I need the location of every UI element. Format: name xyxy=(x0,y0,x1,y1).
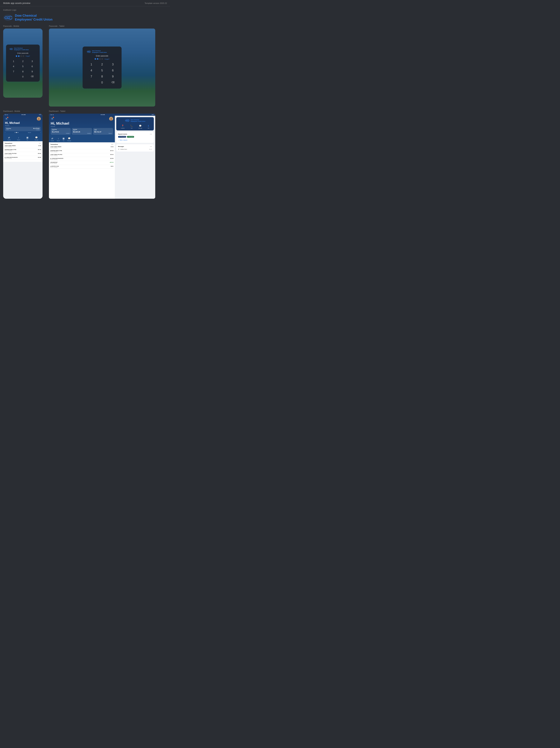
view-all-link[interactable]: View all xyxy=(28,132,31,133)
tablet-message-icon: 💬 xyxy=(68,137,71,140)
passcode-dots: Forgot? xyxy=(9,55,37,57)
institution-name-line1: Dow Chemical xyxy=(15,14,52,18)
card-prev-icon[interactable]: ‹ xyxy=(5,132,5,133)
tablet-avatar[interactable] xyxy=(109,117,113,121)
tablet-checking-card[interactable]: Checking x1234 $1,175.01 Available xyxy=(51,128,71,135)
tablet-tx-2: GEORGES BBQ & PUB Nov 25, Checking $37.2… xyxy=(50,150,113,153)
message-item-icon: ✉ xyxy=(118,148,119,150)
passcode-tablet-label: Passcode - Tablet xyxy=(49,25,167,27)
tablet-action-message[interactable]: 💬 Message xyxy=(67,137,71,141)
key-2[interactable]: 2 xyxy=(19,59,27,64)
tablet-loan-card[interactable]: Loan x2345 $6,712.37 Balance xyxy=(93,128,113,135)
key-7[interactable]: 7 xyxy=(9,69,18,74)
message-label: Message xyxy=(35,139,38,140)
user-avatar[interactable] xyxy=(37,117,41,121)
tx-more[interactable]: ••• xyxy=(39,142,41,144)
deposit-btn-label: Make a deposit xyxy=(120,140,127,141)
tablet-header: ☰ 2 Hi, Michael xyxy=(49,116,115,136)
tx-title: Transactions xyxy=(5,143,12,144)
key-1[interactable]: 1 xyxy=(9,59,18,64)
mobile-dashboard-header: ☰ 4 Hi, Michael Accounts xyxy=(3,116,43,135)
key-4[interactable]: 4 xyxy=(9,64,18,69)
tablet-tx-more[interactable]: ••• xyxy=(111,143,113,145)
tablet-accounts-row: Checking x1234 $1,175.01 Available Savin… xyxy=(51,128,113,135)
tkey-0[interactable]: 0 xyxy=(97,80,107,85)
card-next-icon[interactable]: › xyxy=(40,132,41,133)
tkey-5[interactable]: 5 xyxy=(97,68,107,73)
mobile-status-bar: ●●●● ▲ 9:41 AM 100% xyxy=(3,114,43,116)
dot-4 xyxy=(23,55,24,57)
dot-card-3 xyxy=(18,132,19,133)
checking-card-mobile[interactable]: Checking x1234 $1,175.01 Available xyxy=(5,127,41,131)
tablet-action-pay[interactable]: ▦ Pay xyxy=(63,137,65,141)
app-title: Mobile app assets preview xyxy=(3,2,30,4)
messages-more[interactable]: ••• xyxy=(150,146,152,147)
tkey-3[interactable]: 3 xyxy=(108,62,118,67)
tablet-tx-4: EL GRAN RESTAURANTE Nov 26, Checking $13… xyxy=(50,158,113,161)
deposit-label: Deposit xyxy=(17,139,20,140)
numpad-mobile: 1 2 3 4 5 6 7 8 9 0 ⌫ xyxy=(9,59,37,79)
tkey-4[interactable]: 4 xyxy=(87,68,96,73)
badge-row: 0 Processing ✓ 9 Accepted xyxy=(118,136,152,138)
version-label: Template version 2020.22 xyxy=(145,2,167,4)
tablet-action-deposit[interactable]: ↓ Deposit xyxy=(57,137,60,141)
tablet-transfer-label: Transfer xyxy=(51,140,54,141)
tablet-savings-card[interactable]: Savings x4321 $2,423.25 Available xyxy=(72,128,92,135)
tkey-backspace[interactable]: ⌫ xyxy=(108,80,118,85)
deposit-more[interactable]: ••• xyxy=(150,133,152,135)
action-pay[interactable]: ▦ Pay xyxy=(26,136,28,140)
key-3[interactable]: 3 xyxy=(28,59,37,64)
passcode-tablet-section: Passcode - Tablet Dow Chemical Employees… xyxy=(49,25,167,107)
tablet-header-top: ☰ 2 xyxy=(51,117,113,121)
widget-action-call[interactable]: 📞 Call xyxy=(130,124,133,129)
widget-action-info[interactable]: ℹ Info xyxy=(148,124,149,129)
checking-amount: $1,175.01 xyxy=(33,127,40,129)
key-8[interactable]: 8 xyxy=(19,69,27,74)
messages-title: Messages xyxy=(118,146,124,147)
tdot-3 xyxy=(99,58,101,60)
institution-name-line2: Employees' Credit Union xyxy=(15,18,52,22)
key-0[interactable]: 0 xyxy=(19,74,27,79)
key-5[interactable]: 5 xyxy=(19,64,27,69)
svg-point-17 xyxy=(127,120,127,121)
processing-badge[interactable]: 0 Processing xyxy=(118,136,126,138)
tablet-notif-badge: 2 xyxy=(53,117,54,118)
transactions-mobile: Transactions ••• YOUR TOWN CINEMA Nov 25… xyxy=(3,141,43,162)
accepted-badge[interactable]: ✓ 9 Accepted xyxy=(127,136,134,138)
card-nav: ‹ View all › xyxy=(5,132,41,133)
message-item-1[interactable]: ✉ Holiday Hours Nov 25 xyxy=(118,148,152,150)
call-label: Call xyxy=(131,127,132,129)
tdot-2 xyxy=(97,58,98,60)
action-message[interactable]: 💬 Message xyxy=(35,136,38,140)
tkey-1[interactable]: 1 xyxy=(87,62,96,67)
tablet-deposit-label: Deposit xyxy=(57,140,60,141)
checking-number: x1234 xyxy=(6,129,11,130)
widget-action-locations[interactable]: 📍 Locations xyxy=(121,124,124,129)
tablet-notif-icon[interactable]: ☰ 2 xyxy=(51,117,53,120)
action-transfer[interactable]: ⇄ Transfer xyxy=(7,136,10,140)
forgot-link[interactable]: Forgot? xyxy=(26,55,30,57)
key-6[interactable]: 6 xyxy=(28,64,37,69)
svg-point-10 xyxy=(38,118,40,119)
tx-amount-4: $13.98 xyxy=(38,157,41,158)
make-deposit-button[interactable]: ↓ Make a deposit xyxy=(118,139,152,141)
tkey-8[interactable]: 8 xyxy=(97,74,107,79)
tablet-pay-label: Pay xyxy=(63,140,65,141)
key-backspace[interactable]: ⌫ xyxy=(28,74,37,79)
forgot-link-tablet[interactable]: Forgot? xyxy=(104,58,110,60)
key-9[interactable]: 9 xyxy=(28,69,37,74)
notification-icon[interactable]: ☰ 4 xyxy=(5,117,8,120)
tkey-9[interactable]: 9 xyxy=(108,74,118,79)
action-deposit[interactable]: ↓ Deposit xyxy=(17,136,20,140)
tkey-6[interactable]: 6 xyxy=(108,68,118,73)
tablet-tx-3: YOUR TOWN UTILITIES Nov 25, Checking $76… xyxy=(50,154,113,157)
tkey-2[interactable]: 2 xyxy=(97,62,107,67)
tablet-action-transfer[interactable]: ⇄ Transfer xyxy=(51,137,54,141)
tkey-7[interactable]: 7 xyxy=(87,74,96,79)
tx-item-1: YOUR TOWN CINEMA Nov 25, Checking $7.50 xyxy=(5,145,41,148)
tablet-left-panel: ☰ 2 Hi, Michael xyxy=(49,116,115,199)
widget-action-message[interactable]: 💬 Message xyxy=(139,124,142,129)
tablet-message-label: Message xyxy=(67,140,71,141)
status-right: 100% xyxy=(39,114,41,115)
tx-header: Transactions ••• xyxy=(5,142,41,144)
